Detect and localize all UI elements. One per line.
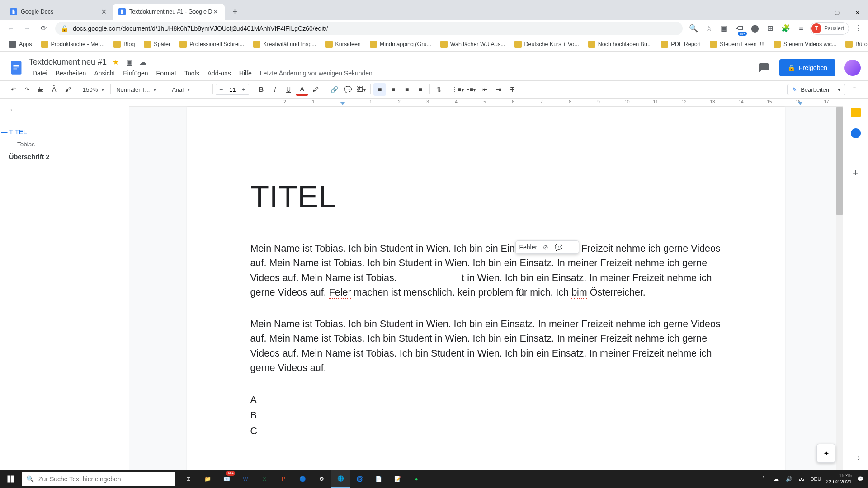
spelling-error-bim[interactable]: bim	[571, 287, 587, 299]
chrome-menu-icon[interactable]: ⋮	[852, 22, 864, 35]
menu-bearbeiten[interactable]: Bearbeiten	[52, 68, 90, 79]
zoom-select[interactable]: 150%▼	[80, 84, 108, 95]
highlight-button[interactable]: 🖍	[309, 83, 322, 96]
last-edit-link[interactable]: Letzte Änderung vor wenigen Sekunden	[256, 68, 376, 79]
move-icon[interactable]: ▣	[125, 57, 134, 66]
docs-logo[interactable]	[7, 59, 25, 77]
clear-formatting-button[interactable]: T	[506, 83, 519, 96]
notes-icon[interactable]: 📄	[369, 470, 388, 488]
volume-icon[interactable]: 🔊	[785, 475, 793, 483]
task-view-icon[interactable]: ⊞	[179, 470, 198, 488]
decrease-indent-button[interactable]: ⇤	[479, 83, 491, 96]
comments-button[interactable]	[755, 59, 773, 77]
extension-badge-icon[interactable]: 🏷99+	[733, 22, 746, 35]
outline-item-titel[interactable]: TITEL	[9, 126, 120, 138]
tasks-icon[interactable]	[851, 128, 861, 138]
obs-icon[interactable]: ⚙	[312, 470, 331, 488]
chrome-icon[interactable]: 🌐	[331, 470, 350, 488]
paragraph-2[interactable]: Mein Name ist Tobias. Ich bin Student in…	[250, 317, 722, 375]
close-icon[interactable]: ✕	[100, 8, 108, 15]
globe-icon[interactable]: ⬤	[749, 22, 761, 35]
url-input[interactable]: 🔒 docs.google.com/document/d/1hUH8k6h7Lb…	[55, 22, 683, 35]
bookmark-item[interactable]: Büro	[842, 39, 868, 50]
star-icon[interactable]: ★	[111, 57, 120, 66]
bookmark-item[interactable]: Kreativität und Insp...	[250, 39, 320, 50]
account-avatar[interactable]	[844, 60, 861, 76]
font-size-stepper[interactable]: − 11 +	[216, 84, 249, 95]
text-color-button[interactable]: A	[296, 83, 308, 96]
extensions-icon[interactable]: 🧩	[779, 22, 792, 35]
profile-paused-pill[interactable]: T Pausiert	[810, 22, 849, 35]
edge-icon[interactable]: 🌀	[350, 470, 369, 488]
bookmark-apps[interactable]: Apps	[5, 39, 36, 50]
keep-icon[interactable]	[851, 108, 861, 117]
vertical-scrollbar[interactable]	[836, 107, 843, 470]
powerpoint-icon[interactable]: P	[274, 470, 293, 488]
bookmark-item[interactable]: Deutsche Kurs + Vo...	[511, 39, 583, 50]
italic-button[interactable]: I	[269, 83, 281, 96]
menu-ansicht[interactable]: Ansicht	[90, 68, 118, 79]
dismiss-suggestion-icon[interactable]: ⊘	[542, 244, 550, 251]
share-button[interactable]: 🔒 Freigeben	[779, 59, 835, 76]
insert-link-button[interactable]: 🔗	[328, 83, 340, 96]
bookmark-item[interactable]: Professionell Schrei...	[176, 39, 248, 50]
language-indicator[interactable]: DEU	[810, 476, 821, 482]
menu-einfuegen[interactable]: Einfügen	[119, 68, 151, 79]
menu-addons[interactable]: Add-ons	[204, 68, 235, 79]
close-window-button[interactable]: ✕	[847, 5, 868, 20]
word-icon[interactable]: W	[236, 470, 255, 488]
spellcheck-button[interactable]: Ǎ	[48, 83, 61, 96]
undo-button[interactable]: ↶	[7, 83, 20, 96]
spelling-error-feler[interactable]: Feler	[329, 287, 351, 299]
notepad-icon[interactable]: 📝	[388, 470, 407, 488]
minimize-button[interactable]: —	[806, 5, 826, 20]
qr-icon[interactable]: ⊞	[764, 22, 777, 35]
maximize-button[interactable]: ▢	[826, 5, 847, 20]
font-select[interactable]: Arial▼	[169, 84, 210, 95]
list-item[interactable]: B	[250, 408, 722, 423]
close-icon[interactable]: ✕	[212, 8, 219, 15]
cloud-status-icon[interactable]: ☁	[138, 57, 147, 66]
increase-font-button[interactable]: +	[239, 86, 249, 93]
reader-icon[interactable]: ▣	[718, 22, 731, 35]
explore-button[interactable]: ✦	[816, 444, 835, 463]
new-tab-button[interactable]: +	[228, 5, 241, 18]
paint-format-button[interactable]: 🖌	[61, 83, 74, 96]
browser-tab[interactable]: Google Docs ✕	[5, 4, 113, 20]
bookmark-item[interactable]: Später	[140, 39, 174, 50]
underline-button[interactable]: U	[282, 83, 295, 96]
spellcheck-suggestion[interactable]: Fehler	[519, 244, 538, 251]
menu-hilfe[interactable]: Hilfe	[236, 68, 255, 79]
add-addon-button[interactable]: +	[853, 167, 859, 179]
bookmark-item[interactable]: Steuern Videos wic...	[770, 39, 840, 50]
paragraph-style-select[interactable]: Normaler T...▼	[113, 84, 163, 95]
line-spacing-button[interactable]: ⇅	[433, 83, 445, 96]
mail-icon[interactable]: 📧99+	[217, 470, 236, 488]
bookmark-item[interactable]: Noch hochladen Bu...	[585, 39, 656, 50]
align-left-button[interactable]: ≡	[373, 83, 386, 96]
indent-marker-right[interactable]	[798, 102, 802, 105]
outline-back-button[interactable]: ←	[9, 106, 20, 117]
onedrive-icon[interactable]: ☁	[772, 475, 780, 483]
feedback-icon[interactable]: 💬	[554, 244, 562, 251]
system-clock[interactable]: 15:45 22.02.2021	[826, 473, 852, 485]
document-scroll-area[interactable]: 21 123456789101112131415161718 TITEL Mei…	[129, 99, 843, 470]
indent-marker-left[interactable]	[340, 102, 345, 105]
file-explorer-icon[interactable]: 📁	[198, 470, 217, 488]
document-page[interactable]: TITEL Mein Name ist Tobias. Ich bin Stud…	[187, 107, 785, 470]
outline-item-tobias[interactable]: Tobias	[9, 138, 120, 150]
align-justify-button[interactable]: ≡	[414, 83, 427, 96]
scrollbar-thumb[interactable]	[836, 107, 843, 215]
spotify-icon[interactable]: ●	[407, 470, 426, 488]
paragraph-1[interactable]: Mein Name ist Tobias. Ich bin Student in…	[250, 241, 722, 300]
font-size-value[interactable]: 11	[226, 86, 239, 93]
horizontal-ruler[interactable]: 21 123456789101112131415161718	[129, 99, 843, 107]
bookmark-star-icon[interactable]: ☆	[703, 22, 715, 35]
menu-datei[interactable]: Datei	[29, 68, 51, 79]
taskbar-search[interactable]: 🔍 Zur Suche Text hier eingeben	[22, 472, 175, 486]
menu-tools[interactable]: Tools	[181, 68, 203, 79]
bookmark-item[interactable]: Mindmapping (Gru...	[366, 39, 435, 50]
start-button[interactable]	[0, 470, 22, 488]
align-right-button[interactable]: ≡	[401, 83, 413, 96]
collapse-toolbar-button[interactable]: ˆ	[848, 83, 861, 96]
